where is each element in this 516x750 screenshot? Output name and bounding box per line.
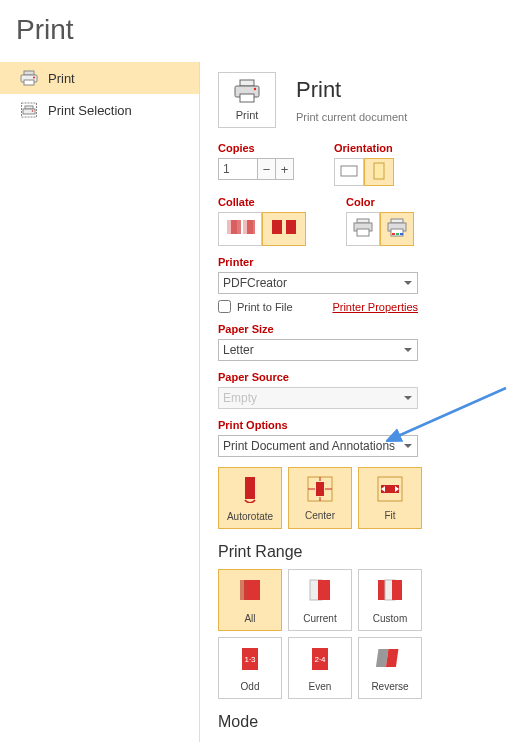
print-to-file[interactable]: Print to File: [218, 300, 293, 313]
copies-increment[interactable]: +: [275, 159, 293, 179]
content-heading: Print: [296, 77, 407, 103]
content-subheading: Print current document: [296, 111, 407, 123]
print-button[interactable]: Print: [218, 72, 276, 128]
copies-label: Copies: [218, 142, 294, 154]
printer-selection-icon: [20, 102, 38, 118]
orientation-portrait[interactable]: [364, 158, 394, 186]
pages-custom-icon: [376, 577, 404, 607]
fit-icon: [377, 476, 403, 504]
sidebar-item-label: Print: [48, 71, 75, 86]
print-button-label: Print: [236, 109, 259, 121]
color-label: Color: [346, 196, 414, 208]
copies-stepper[interactable]: − +: [218, 158, 294, 180]
svg-rect-27: [396, 233, 399, 235]
collate-label: Collate: [218, 196, 306, 208]
sidebar-item-print-selection[interactable]: Print Selection: [0, 94, 199, 126]
range-reverse[interactable]: Reverse: [358, 637, 422, 699]
printer-icon: [233, 79, 261, 105]
svg-text:1·3: 1·3: [244, 655, 256, 664]
autorotate-icon: [239, 475, 261, 505]
pages-reverse-icon: [376, 645, 404, 675]
collate-off-icon: [225, 216, 255, 243]
print-range-heading: Print Range: [218, 543, 500, 561]
pages-even-icon: 2·4: [308, 645, 332, 675]
collate-off[interactable]: [218, 212, 262, 246]
copies-input[interactable]: [219, 159, 257, 179]
tile-autorotate[interactable]: Autorotate: [218, 467, 282, 529]
sidebar-item-print[interactable]: Print: [0, 62, 199, 94]
range-even[interactable]: 2·4 Even: [288, 637, 352, 699]
printer-icon: [20, 70, 38, 86]
copies-decrement[interactable]: −: [257, 159, 275, 179]
range-all[interactable]: All: [218, 569, 282, 631]
print-options-select[interactable]: Print Document and Annotations: [218, 435, 418, 457]
svg-rect-28: [400, 233, 403, 235]
content: Print Print Print current document Copie…: [200, 62, 500, 742]
svg-rect-13: [374, 163, 384, 179]
svg-rect-22: [357, 229, 369, 236]
svg-rect-40: [248, 580, 260, 600]
printer-select[interactable]: PDFCreator: [218, 272, 418, 294]
svg-rect-17: [247, 220, 255, 234]
printer-mono-icon: [352, 218, 374, 241]
tile-fit[interactable]: Fit: [358, 467, 422, 529]
range-current[interactable]: Current: [288, 569, 352, 631]
svg-rect-29: [245, 477, 255, 499]
svg-rect-19: [286, 220, 296, 234]
svg-rect-31: [316, 482, 324, 496]
svg-rect-20: [357, 219, 369, 223]
svg-rect-15: [231, 220, 241, 234]
svg-point-11: [254, 88, 256, 90]
svg-rect-42: [318, 580, 330, 600]
svg-point-3: [33, 77, 35, 79]
svg-rect-10: [240, 94, 254, 102]
svg-rect-6: [23, 109, 35, 114]
svg-rect-26: [392, 233, 395, 235]
svg-text:2·4: 2·4: [314, 655, 326, 664]
orientation-landscape[interactable]: [334, 158, 364, 186]
paper-size-select[interactable]: Letter: [218, 339, 418, 361]
color-mono[interactable]: [346, 212, 380, 246]
svg-rect-12: [341, 166, 357, 176]
svg-point-7: [32, 110, 34, 112]
svg-rect-45: [392, 580, 402, 600]
sidebar-item-label: Print Selection: [48, 103, 132, 118]
pages-all-icon: [237, 577, 263, 607]
tile-center[interactable]: Center: [288, 467, 352, 529]
printer-color-icon: [386, 218, 408, 241]
landscape-icon: [340, 164, 358, 181]
svg-rect-2: [24, 80, 34, 85]
pages-odd-icon: 1·3: [238, 645, 262, 675]
range-custom[interactable]: Custom: [358, 569, 422, 631]
paper-source-label: Paper Source: [218, 371, 500, 383]
print-to-file-checkbox[interactable]: [218, 300, 231, 313]
color-color[interactable]: [380, 212, 414, 246]
printer-properties-link[interactable]: Printer Properties: [332, 301, 418, 313]
collate-on[interactable]: [262, 212, 306, 246]
svg-rect-8: [240, 80, 254, 86]
svg-rect-0: [24, 71, 34, 75]
page-title: Print: [0, 0, 516, 62]
range-odd[interactable]: 1·3 Odd: [218, 637, 282, 699]
sidebar: Print Print Selection: [0, 62, 200, 742]
print-options-label: Print Options: [218, 419, 500, 431]
printer-label: Printer: [218, 256, 500, 268]
center-icon: [307, 476, 333, 504]
paper-source-select: Empty: [218, 387, 418, 409]
svg-rect-23: [391, 219, 403, 223]
paper-size-label: Paper Size: [218, 323, 500, 335]
pages-current-icon: [307, 577, 333, 607]
collate-on-icon: [269, 216, 299, 243]
portrait-icon: [372, 162, 386, 183]
orientation-label: Orientation: [334, 142, 394, 154]
svg-rect-18: [272, 220, 282, 234]
mode-heading: Mode: [218, 713, 500, 731]
